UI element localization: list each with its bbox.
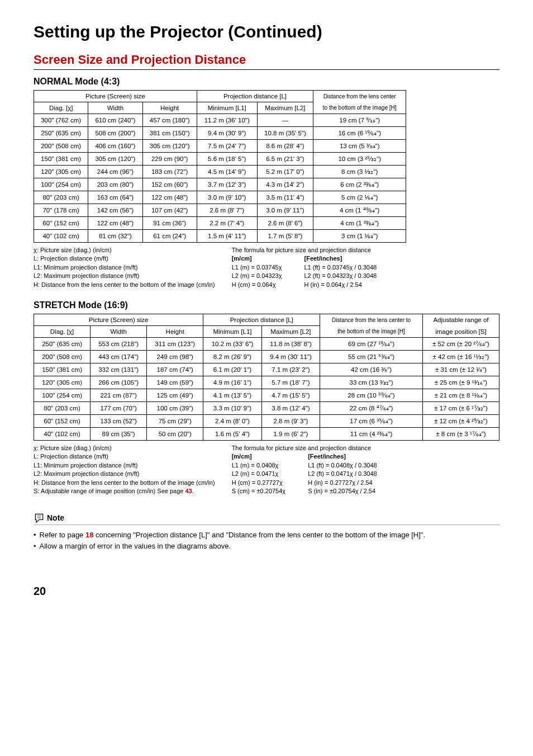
table-cell: 249 cm (98") — [147, 350, 203, 363]
table-cell: 89 cm (35") — [91, 427, 147, 440]
table-cell: 10 cm (3 ²⁵⁄₃₂") — [313, 153, 406, 166]
table-cell: 6.1 m (20' 1") — [203, 363, 261, 376]
table-cell: 406 cm (160") — [88, 140, 142, 153]
note-body: • Refer to page 18 concerning "Projectio… — [34, 530, 499, 551]
table-cell: 70" (178 cm) — [34, 204, 88, 217]
section-title: Screen Size and Projection Distance — [34, 53, 499, 67]
legend-line: L1 (m) = 0.03745χ — [232, 263, 282, 272]
table-row: 40" (102 cm)89 cm (35")50 cm (20")1.6 m … — [34, 427, 499, 440]
table-cell: 50 cm (20") — [147, 427, 203, 440]
table-cell: 142 cm (56") — [88, 204, 142, 217]
table-cell: ± 21 cm (± 8 ¹¹⁄₆₄") — [422, 389, 499, 401]
note-line1: Refer to page 18 concerning "Projection … — [40, 530, 426, 541]
table-cell: 163 cm (64") — [88, 191, 142, 204]
table-cell: 122 cm (48") — [142, 191, 197, 204]
table-cell: 40" (102 cm) — [34, 427, 91, 440]
divider — [34, 69, 499, 70]
table-cell: 120" (305 cm) — [34, 376, 91, 389]
table-cell: 250" (635 cm) — [34, 127, 88, 140]
table-row: 70" (178 cm)142 cm (56")107 cm (42")2.6 … — [34, 204, 406, 217]
table-row: 80" (203 cm)163 cm (64")122 cm (48")3.0 … — [34, 191, 406, 204]
table-cell: 2.6 m (8' 7") — [197, 204, 257, 217]
table-stretch: Picture (Screen) size Projection distanc… — [34, 314, 499, 441]
table-cell: 28 cm (10 ⁵⁹⁄₆₄") — [320, 389, 423, 401]
table-cell: 13 cm (5 ³⁄₆₄") — [313, 140, 406, 153]
table-cell: 3.8 m (12' 4") — [261, 401, 320, 414]
legend-line: L2 (m) = 0.04323χ — [232, 272, 282, 280]
table-row: 120" (305 cm)266 cm (105")149 cm (59")4.… — [34, 376, 499, 389]
table-cell: 11.8 m (38' 8") — [261, 337, 320, 350]
table-cell: 200" (508 cm) — [34, 350, 91, 363]
table-cell: 1.5 m (4' 11") — [197, 230, 257, 243]
table-cell: 75 cm (29") — [147, 414, 203, 427]
table-cell: 3.5 m (11' 4") — [257, 191, 313, 204]
table-row: 200" (508 cm)443 cm (174")249 cm (98")8.… — [34, 350, 499, 363]
legend-line: S (in) = ±0.20754χ / 2.54 — [308, 487, 377, 495]
table-cell: 2.6 m (8' 6") — [257, 217, 313, 230]
legend1: χ: Picture size (diag.) (in/cm)L: Projec… — [34, 246, 499, 289]
legend-line: H (cm) = 0.064χ — [232, 281, 282, 289]
th2-width: Width — [91, 325, 147, 337]
table-cell: 11 cm (4 ²³⁄₆₄") — [320, 427, 423, 440]
table-cell: 80" (203 cm) — [34, 191, 88, 204]
table-row: 60" (152 cm)133 cm (52")75 cm (29")2.4 m… — [34, 414, 499, 427]
page-link-43[interactable]: 43 — [185, 488, 192, 494]
table-cell: 177 cm (70") — [91, 401, 147, 414]
th2-imgpos: image position [S] — [422, 325, 499, 337]
table-cell: 200" (508 cm) — [34, 140, 88, 153]
table-cell: 11.2 m (36' 10") — [197, 114, 257, 127]
note-header: Note — [34, 512, 499, 523]
th-dist: Distance from the lens center — [313, 91, 406, 102]
bullet-icon: • — [34, 541, 36, 552]
table-cell: 8 cm (3 ¹⁄₃₂") — [313, 166, 406, 178]
table-cell: ± 42 cm (± 16 ¹¹⁄₃₂") — [422, 350, 499, 363]
legend2-fcol-h: [Feet/inches] — [308, 453, 346, 460]
th-max: Maximum [L2] — [257, 102, 313, 114]
table-cell: 5.7 m (18' 7") — [261, 376, 320, 389]
table-cell: 4.7 m (15' 5") — [261, 389, 320, 401]
table-cell: 7.1 m (23' 2") — [261, 363, 320, 376]
legend-line: H: Distance from the lens center to the … — [34, 479, 215, 487]
legend2: χ: Picture size (diag.) (in/cm)L: Projec… — [34, 444, 499, 495]
table-cell: 149 cm (59") — [147, 376, 203, 389]
table-cell: 5 cm (2 ¹⁄₆₄") — [313, 191, 406, 204]
th2-max: Maximum [L2] — [261, 325, 320, 337]
table-cell: 4.9 m (16' 1") — [203, 376, 261, 389]
th-bottom: to the bottom of the image [H] — [313, 102, 406, 114]
mode2-heading: STRETCH Mode (16:9) — [34, 300, 499, 310]
table-cell: 60" (152 cm) — [34, 217, 88, 230]
table-cell: 4 cm (1 ⁴⁹⁄₆₄") — [313, 204, 406, 217]
table-cell: 42 cm (16 ³⁄₈") — [320, 363, 423, 376]
table-cell: 152 cm (60") — [142, 178, 197, 191]
table-cell: 16 cm (6 ¹⁹⁄₆₄") — [313, 127, 406, 140]
table-cell: 40" (102 cm) — [34, 230, 88, 243]
legend-line: L2 (m) = 0.0471χ — [232, 470, 286, 478]
legend-line: S (cm) = ±0.20754χ — [232, 487, 286, 495]
table-cell: 69 cm (27 ¹⁹⁄₆₄") — [320, 337, 423, 350]
th2-proj: Projection distance [L] — [203, 314, 320, 325]
note-icon — [34, 512, 45, 523]
table-cell: 122 cm (48") — [88, 217, 142, 230]
legend2-rtitle: The formula for picture size and project… — [232, 444, 377, 452]
table-cell: 10.2 m (33' 6") — [203, 337, 261, 350]
table-cell: 1.9 m (6' 2") — [261, 427, 320, 440]
table-row: 100" (254 cm)221 cm (87")125 cm (49")4.1… — [34, 389, 499, 401]
table-row: 150" (381 cm)305 cm (120")229 cm (90")5.… — [34, 153, 406, 166]
table-cell: 100" (254 cm) — [34, 178, 88, 191]
table-cell: 187 cm (74") — [147, 363, 203, 376]
table-cell: ± 8 cm (± 3 ¹⁷⁄₆₄") — [422, 427, 499, 440]
legend-line: L1: Minimum projection distance (m/ft) — [34, 461, 215, 470]
table-cell: 553 cm (218") — [91, 337, 147, 350]
table-cell: 33 cm (13 ³⁄₃₂") — [320, 376, 423, 389]
table-cell: 311 cm (123") — [147, 337, 203, 350]
th-width: Width — [88, 102, 142, 114]
th-proj: Projection distance [L] — [197, 91, 313, 102]
page-link-18[interactable]: 18 — [85, 531, 93, 539]
table-cell: 6 cm (2 ³³⁄₆₄") — [313, 178, 406, 191]
table-cell: 1.6 m (5' 4") — [203, 427, 261, 440]
table-row: 120" (305 cm)244 cm (96")183 cm (72")4.5… — [34, 166, 406, 178]
table-cell: 120" (305 cm) — [34, 166, 88, 178]
table-row: 300" (762 cm)610 cm (240")457 cm (180")1… — [34, 114, 406, 127]
table-cell: 8.6 m (28' 4") — [257, 140, 313, 153]
table-row: 250" (635 cm)508 cm (200")381 cm (150")9… — [34, 127, 406, 140]
